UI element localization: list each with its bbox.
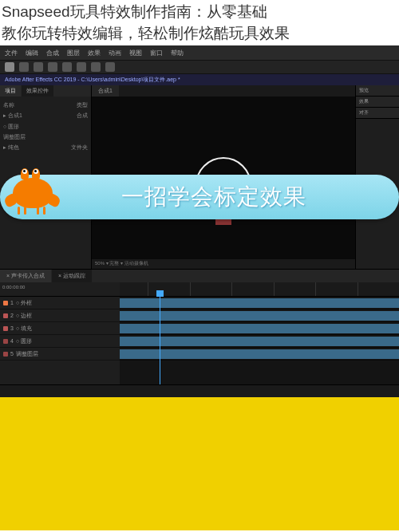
timeline-tab[interactable]: × 运动跟踪 [52, 270, 92, 282]
menu-layer[interactable]: 图层 [67, 49, 80, 57]
pen-tool-icon[interactable] [77, 62, 86, 72]
zoom-tool-icon[interactable] [34, 62, 43, 72]
menubar: 文件 编辑 合成 图层 效果 动画 视图 窗口 帮助 [0, 45, 399, 60]
timeline-footer [0, 384, 399, 397]
layer-row[interactable]: 3○ 填充 [0, 322, 120, 335]
layer-duration-bar[interactable] [120, 298, 399, 308]
timeline-tabs: × 声卡传入合成 × 运动跟踪 [0, 270, 399, 282]
layer-duration-bar[interactable] [120, 311, 399, 321]
project-item[interactable]: ▸ 纯色文件夹 [3, 142, 88, 152]
track-row[interactable] [120, 335, 399, 348]
tab-effects[interactable]: 效果 [356, 97, 399, 108]
shape-tool-icon[interactable] [62, 62, 72, 72]
toolbar [0, 60, 399, 74]
article-title-line1: Snapseed玩具特效制作指南：从零基础 [2, 2, 397, 23]
banner-background: 一招学会标定效果 [0, 175, 399, 219]
track-row[interactable] [120, 297, 399, 309]
banner-text: 一招学会标定效果 [121, 182, 306, 212]
menu-window[interactable]: 窗口 [150, 49, 163, 57]
timeline-tracks[interactable] [120, 297, 399, 384]
article-title-line2: 教你玩转特效编辑，轻松制作炫酷玩具效果 [2, 23, 397, 45]
timeline-tab[interactable]: × 声卡传入合成 [0, 270, 51, 282]
crab-icon [6, 168, 58, 212]
menu-anim[interactable]: 动画 [109, 49, 121, 57]
project-panel-tabs: 项目 效果控件 [0, 85, 91, 97]
tab-preview[interactable]: 预览 [356, 85, 399, 97]
layer-row[interactable]: 1○ 外框 [0, 297, 120, 309]
layer-duration-bar[interactable] [120, 349, 399, 359]
project-header-row: 名称类型 [3, 100, 88, 110]
layer-row[interactable]: 2○ 边框 [0, 309, 120, 322]
track-row[interactable] [120, 322, 399, 335]
playhead[interactable] [160, 297, 160, 384]
menu-view[interactable]: 视图 [129, 49, 142, 57]
tab-project[interactable]: 项目 [0, 85, 21, 97]
viewer-footer[interactable]: 50% ▾ 完整 ▾ 活动摄像机 [92, 259, 355, 269]
tutorial-banner: 一招学会标定效果 [0, 169, 399, 225]
tab-align[interactable]: 对齐 [356, 108, 399, 119]
menu-file[interactable]: 文件 [5, 49, 18, 57]
yellow-background-slide [0, 388, 399, 530]
document-titlebar: Adobe After Effects CC 2019 - C:\Users\a… [0, 74, 399, 85]
layer-row[interactable]: 5调整图层 [0, 348, 120, 361]
timeline-body: 1○ 外框 2○ 边框 3○ 填充 4○ 圆形 5调整图层 [0, 297, 399, 384]
menu-help[interactable]: 帮助 [171, 49, 184, 57]
article-header: AE玩转制作Loading动效 Snapseed玩具特效制作指南：从零基础 教你… [0, 0, 399, 45]
hand-tool-icon[interactable] [19, 62, 29, 72]
after-effects-window: 文件 编辑 合成 图层 效果 动画 视图 窗口 帮助 Adobe After E… [0, 45, 399, 388]
layer-duration-bar[interactable] [120, 324, 399, 333]
brush-tool-icon[interactable] [105, 62, 115, 72]
timeline-header: 0:00:00:00 [0, 282, 399, 297]
current-time: 0:00:00:00 [2, 285, 25, 294]
layer-list: 1○ 外框 2○ 边框 3○ 填充 4○ 圆形 5调整图层 [0, 297, 120, 384]
text-tool-icon[interactable] [91, 62, 101, 72]
project-item[interactable]: 调整图层 [3, 132, 88, 142]
menu-comp[interactable]: 合成 [46, 49, 59, 57]
selection-tool-icon[interactable] [5, 62, 14, 72]
project-item[interactable]: ○ 圆形 [3, 121, 88, 132]
timeline-panel: × 声卡传入合成 × 运动跟踪 0:00:00:00 1○ 外框 2○ 边框 3… [0, 269, 399, 396]
menu-edit[interactable]: 编辑 [26, 49, 38, 57]
rotate-tool-icon[interactable] [48, 62, 57, 72]
track-row[interactable] [120, 309, 399, 322]
timeline-time-display[interactable]: 0:00:00:00 [0, 282, 120, 296]
menu-effect[interactable]: 效果 [88, 49, 101, 57]
viewer-tabs: 合成1 [92, 85, 355, 97]
layer-duration-bar[interactable] [120, 337, 399, 346]
layer-row[interactable]: 4○ 圆形 [0, 335, 120, 348]
tab-effect-controls[interactable]: 效果控件 [22, 85, 53, 97]
viewer-tab-comp[interactable]: 合成1 [92, 85, 119, 97]
project-item[interactable]: ▸ 合成1合成 [3, 110, 88, 120]
project-content: 名称类型 ▸ 合成1合成 ○ 圆形 调整图层 ▸ 纯色文件夹 [0, 97, 91, 156]
track-row[interactable] [120, 348, 399, 361]
